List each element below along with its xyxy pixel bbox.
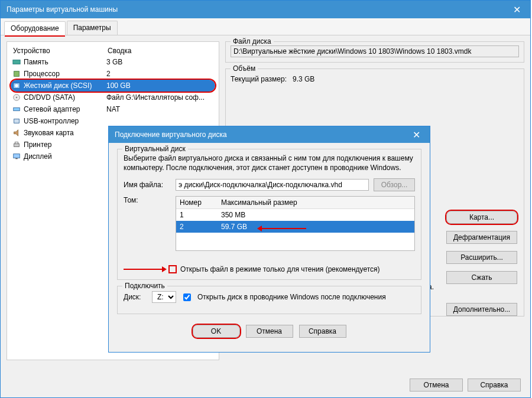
device-row[interactable]: USB-контроллер bbox=[11, 115, 215, 127]
svg-rect-12 bbox=[15, 158, 18, 159]
dialog-titlebar: Подключение виртуального диска ✕ bbox=[109, 126, 430, 143]
td-size: 59.7 GB bbox=[218, 221, 414, 233]
readonly-checkbox[interactable] bbox=[168, 265, 177, 273]
filename-label: Имя файла: bbox=[124, 181, 171, 189]
td-number: 2 bbox=[176, 221, 218, 233]
open-explorer-label: Открыть диск в проводнике Windows после … bbox=[197, 293, 386, 301]
device-name: Процессор bbox=[12, 70, 106, 78]
svg-rect-0 bbox=[13, 60, 20, 64]
compact-button[interactable]: Сжать bbox=[446, 271, 517, 284]
map-button[interactable]: Карта... bbox=[446, 211, 517, 224]
header-summary: Сводка bbox=[108, 47, 132, 55]
table-row[interactable]: 1350 MB bbox=[176, 209, 414, 221]
virtual-disk-group: Виртуальный диск Выберите файл виртуальн… bbox=[117, 149, 421, 280]
virtual-disk-title: Виртуальный диск bbox=[122, 145, 188, 153]
td-number: 1 bbox=[176, 209, 218, 221]
dialog-help-button[interactable]: Справка bbox=[299, 325, 346, 338]
device-row[interactable]: Жесткий диск (SCSI)100 GB bbox=[11, 80, 215, 92]
device-summary: NAT bbox=[106, 105, 214, 113]
drive-select[interactable]: Z: bbox=[152, 291, 176, 303]
main-footer: Отмена Справка bbox=[410, 379, 521, 392]
device-name: Жесткий диск (SCSI) bbox=[12, 81, 106, 90]
device-name: Принтер bbox=[12, 141, 106, 149]
dialog-footer: OK Отмена Справка bbox=[117, 320, 421, 346]
device-name: Звуковая карта bbox=[12, 129, 106, 137]
dialog-title: Подключение виртуального диска bbox=[115, 131, 227, 139]
device-row[interactable]: Память3 GB bbox=[11, 56, 215, 68]
td-size: 350 MB bbox=[218, 209, 414, 221]
tab-hardware[interactable]: Оборудование bbox=[4, 21, 66, 35]
volume-table: Номер Максимальный размер 1350 MB259.7 G… bbox=[176, 196, 415, 251]
browse-button[interactable]: Обзор... bbox=[374, 178, 415, 191]
mount-vdisk-dialog: Подключение виртуального диска ✕ Виртуал… bbox=[108, 126, 430, 353]
svg-rect-9 bbox=[14, 143, 20, 146]
device-name: CD/DVD (SATA) bbox=[12, 93, 106, 102]
header-device: Устройство bbox=[13, 47, 108, 55]
disk-path-input[interactable] bbox=[231, 45, 519, 57]
utilities-buttons: Карта... Дефрагментация Расширить... Сжа… bbox=[446, 211, 517, 316]
svg-rect-11 bbox=[14, 154, 20, 158]
svg-rect-1 bbox=[14, 71, 20, 77]
connect-group: Подключить Диск: Z: Открыть диск в прово… bbox=[117, 286, 421, 314]
tab-options[interactable]: Параметры bbox=[67, 21, 118, 35]
device-name: USB-контроллер bbox=[12, 117, 106, 125]
device-name: Дисплей bbox=[12, 152, 106, 161]
dialog-description: Выберите файл виртуального диска и связа… bbox=[124, 154, 415, 172]
expand-button[interactable]: Расширить... bbox=[446, 251, 517, 264]
volume-label: Объём bbox=[231, 64, 258, 73]
th-number: Номер bbox=[176, 197, 218, 208]
ok-button[interactable]: OK bbox=[193, 325, 240, 338]
help-button[interactable]: Справка bbox=[468, 379, 521, 392]
file-disk-group: Файл диска bbox=[225, 41, 524, 63]
svg-rect-6 bbox=[14, 107, 20, 110]
svg-marker-8 bbox=[14, 130, 18, 136]
table-row[interactable]: 259.7 GB bbox=[176, 221, 414, 233]
device-name: Память bbox=[12, 58, 106, 66]
defrag-button[interactable]: Дефрагментация bbox=[446, 231, 517, 244]
th-maxsize: Максимальный размер bbox=[218, 197, 414, 208]
readonly-label: Открыть файл в режиме только для чтения … bbox=[180, 265, 380, 273]
connect-title: Подключить bbox=[122, 282, 167, 290]
main-title: Параметры виртуальной машины bbox=[7, 5, 118, 14]
disk-label: Диск: bbox=[124, 293, 147, 301]
device-summary: 2 bbox=[106, 70, 214, 78]
svg-rect-10 bbox=[15, 142, 18, 144]
current-size-label: Текущий размер: bbox=[231, 75, 287, 83]
device-row[interactable]: CD/DVD (SATA)Файл G:\Инсталляторы соф... bbox=[11, 92, 215, 103]
arrow-to-checkbox-icon bbox=[124, 269, 165, 270]
tom-label: Том: bbox=[124, 196, 171, 204]
advanced-button[interactable]: Дополнительно... bbox=[446, 303, 517, 316]
device-row[interactable]: Сетевой адаптерNAT bbox=[11, 103, 215, 115]
arrow-red-icon bbox=[259, 228, 306, 229]
device-row[interactable]: Процессор2 bbox=[11, 68, 215, 80]
tabs: Оборудование Параметры bbox=[1, 18, 530, 35]
file-disk-label: Файл диска bbox=[231, 37, 274, 45]
dialog-close-icon[interactable]: ✕ bbox=[403, 126, 430, 143]
cancel-button[interactable]: Отмена bbox=[410, 379, 463, 392]
current-size-value: 9.3 GB bbox=[293, 75, 314, 83]
svg-point-3 bbox=[15, 84, 18, 87]
device-summary: Файл G:\Инсталляторы соф... bbox=[106, 93, 214, 102]
device-name: Сетевой адаптер bbox=[12, 105, 106, 113]
main-titlebar: Параметры виртуальной машины ✕ bbox=[1, 1, 530, 18]
filename-input[interactable] bbox=[176, 179, 369, 191]
device-summary: 100 GB bbox=[106, 81, 214, 90]
device-summary: 3 GB bbox=[106, 58, 214, 66]
device-list-header: Устройство Сводка bbox=[11, 45, 215, 56]
svg-rect-7 bbox=[14, 119, 20, 123]
open-explorer-checkbox[interactable] bbox=[183, 293, 191, 301]
svg-point-5 bbox=[16, 97, 18, 99]
dialog-cancel-button[interactable]: Отмена bbox=[246, 325, 293, 338]
close-icon[interactable]: ✕ bbox=[504, 1, 530, 18]
